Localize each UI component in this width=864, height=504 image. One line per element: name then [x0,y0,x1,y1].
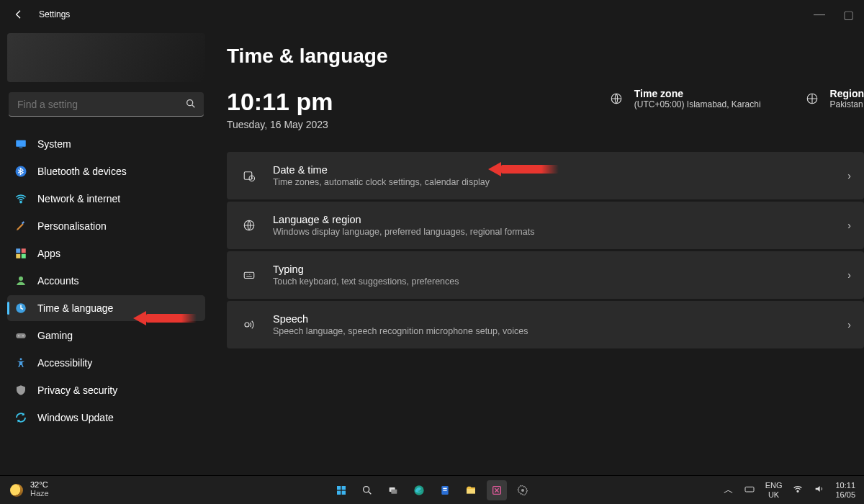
sidebar-item-apps[interactable]: Apps [7,240,205,266]
svg-rect-12 [16,333,26,338]
svg-rect-29 [391,489,397,493]
sidebar-item-label: Accessibility [37,357,92,369]
card-title: Speech [273,313,528,325]
wifi-tray-icon[interactable] [792,483,804,497]
svg-rect-26 [342,490,346,494]
sidebar-item-system[interactable]: System [7,131,205,157]
svg-rect-34 [467,489,475,494]
active-indicator [7,302,9,315]
apps-icon [14,247,27,260]
globe-icon [804,92,820,105]
svg-rect-21 [244,272,254,278]
gamepad-icon [14,329,27,342]
sidebar-item-network[interactable]: Network & internet [7,186,205,212]
weather-icon [10,484,23,497]
paintbrush-icon [14,220,27,233]
tray-date: 16/05 [835,490,855,499]
task-view-button[interactable] [383,480,403,500]
sidebar-item-gaming[interactable]: Gaming [7,323,205,348]
weather-temp: 32°C [30,481,49,489]
search-icon [185,98,197,112]
back-button[interactable] [9,4,29,24]
calendar-clock-icon [240,169,258,182]
svg-point-10 [19,276,23,281]
svg-rect-32 [443,487,446,488]
card-date-time[interactable]: Date & time Time zones, automatic clock … [227,152,864,199]
svg-rect-23 [337,486,341,490]
maximize-button[interactable]: ▢ [841,8,855,22]
bluetooth-icon [14,165,27,178]
tray-chevron-icon[interactable]: ︿ [724,484,734,497]
svg-point-36 [521,489,524,492]
profile-area[interactable] [7,33,205,82]
svg-point-0 [187,100,193,106]
svg-point-27 [364,486,369,492]
minimize-button[interactable]: — [812,8,827,22]
speech-icon [240,318,258,331]
search-input[interactable] [9,92,204,117]
clock-display: 10:11 pm Tuesday, 16 May 2023 [227,88,333,130]
svg-rect-6 [16,248,20,253]
sidebar-item-label: Windows Update [37,412,114,423]
person-icon [14,274,27,287]
region-chip[interactable]: Region Pakistan [804,88,864,109]
sidebar-item-label: Time & language [37,302,113,314]
taskbar-app-snip[interactable] [487,480,507,500]
sidebar-item-label: Accounts [37,275,79,287]
card-title: Date & time [273,164,490,176]
taskbar-clock[interactable]: 10:11 16/05 [835,481,855,498]
touch-keyboard-icon[interactable] [744,483,755,497]
taskbar-app-settings[interactable] [513,480,533,500]
window-title: Settings [39,9,70,19]
tray-time: 10:11 [835,481,855,490]
titlebar: Settings — ▢ [0,0,864,29]
current-time: 10:11 pm [227,88,333,116]
sidebar-item-time-language[interactable]: Time & language [7,295,205,321]
card-language-region[interactable]: Language & region Windows display langua… [227,202,864,249]
sidebar-item-accessibility[interactable]: Accessibility [7,350,205,376]
chevron-right-icon: › [847,319,851,330]
taskbar-weather[interactable]: 32°C Haze [0,481,49,498]
accessibility-icon [14,356,27,369]
chevron-right-icon: › [847,220,851,231]
card-typing[interactable]: Typing Touch keyboard, text suggestions,… [227,251,864,299]
svg-rect-24 [342,486,346,490]
clock-globe-icon [14,302,27,315]
sidebar-item-label: System [37,138,71,150]
taskbar-app-edge[interactable] [409,480,429,500]
sidebar-item-accounts[interactable]: Accounts [7,268,205,294]
sidebar-item-label: Personalisation [37,220,107,232]
start-button[interactable] [331,480,351,500]
search-box[interactable] [9,92,204,117]
sidebar-item-personalisation[interactable]: Personalisation [7,213,205,239]
taskbar-app-explorer[interactable] [461,480,481,500]
svg-rect-9 [22,254,26,258]
svg-point-4 [20,201,22,202]
card-speech[interactable]: Speech Speech language, speech recogniti… [227,301,864,348]
display-icon [14,138,27,150]
taskbar-search-button[interactable] [357,480,377,500]
page-title: Time & language [227,45,864,68]
sidebar-item-privacy[interactable]: Privacy & security [7,377,205,403]
sidebar-item-windows-update[interactable]: Windows Update [7,405,205,431]
timezone-icon [608,92,624,105]
timezone-chip[interactable]: Time zone (UTC+05:00) Islamabad, Karachi [608,88,761,109]
language-icon [240,219,258,232]
volume-tray-icon[interactable] [814,483,825,497]
svg-rect-5 [22,221,24,224]
taskbar-app-office[interactable] [435,480,455,500]
sidebar-item-bluetooth[interactable]: Bluetooth & devices [7,158,205,184]
card-title: Language & region [273,214,534,225]
card-subtitle: Windows display language, preferred lang… [273,227,534,237]
input-language-button[interactable]: ENG UK [765,481,783,498]
svg-rect-8 [16,254,20,258]
sidebar-item-label: Network & internet [37,193,120,204]
svg-point-15 [20,358,22,360]
sidebar: System Bluetooth & devices Network & int… [0,29,212,475]
svg-rect-37 [745,487,754,492]
lang-bottom: UK [765,490,783,499]
svg-rect-33 [443,490,446,490]
region-label: Region [830,88,864,99]
weather-desc: Haze [30,489,49,498]
chevron-right-icon: › [847,170,851,181]
